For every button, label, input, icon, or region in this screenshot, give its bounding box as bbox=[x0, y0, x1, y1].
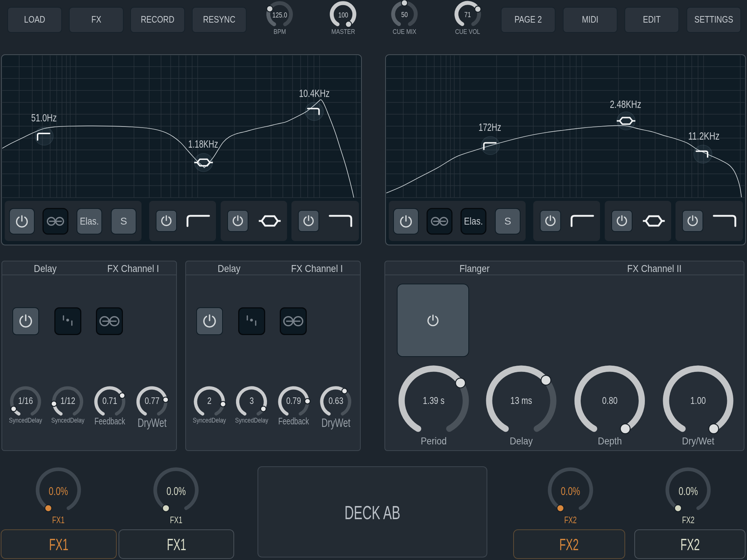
svg-text:S: S bbox=[120, 215, 127, 227]
svg-text:2.48KHz: 2.48KHz bbox=[610, 98, 641, 110]
svg-text:Elas.: Elas. bbox=[464, 215, 483, 227]
svg-text:172Hz: 172Hz bbox=[479, 121, 501, 133]
svg-text:10.4KHz: 10.4KHz bbox=[299, 88, 330, 99]
svg-text:S: S bbox=[504, 215, 511, 227]
svg-text:51.0Hz: 51.0Hz bbox=[31, 112, 57, 124]
svg-text:Elas.: Elas. bbox=[80, 215, 99, 227]
svg-text:1.18KHz: 1.18KHz bbox=[188, 138, 218, 150]
svg-text:11.2KHz: 11.2KHz bbox=[688, 130, 720, 142]
